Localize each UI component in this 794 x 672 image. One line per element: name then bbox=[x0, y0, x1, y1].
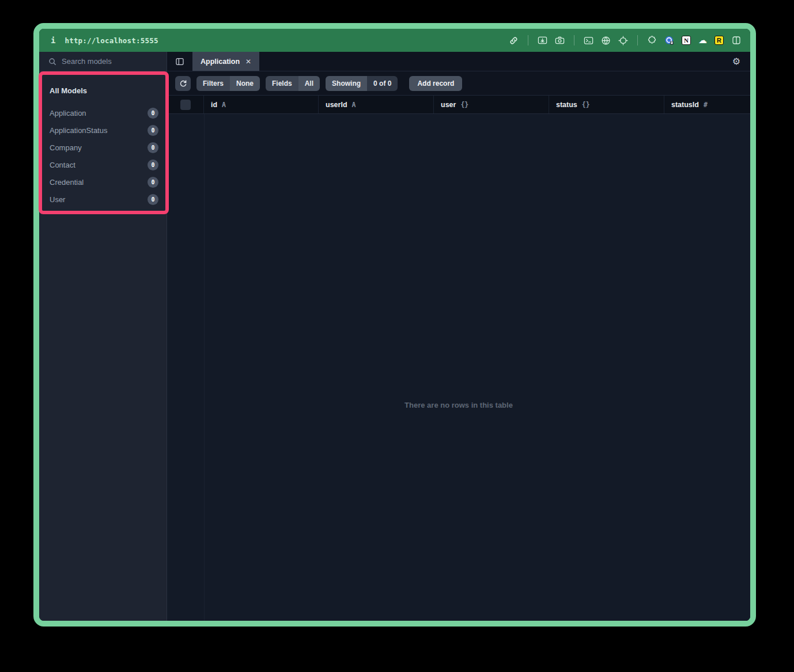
tab-label: Application bbox=[201, 58, 240, 66]
model-label: Contact bbox=[50, 161, 75, 169]
fields-button[interactable]: Fields All bbox=[266, 76, 320, 91]
column-type-string-icon: A bbox=[222, 101, 226, 109]
empty-table-message: There are no rows in this table bbox=[404, 401, 513, 409]
model-count-badge: 0 bbox=[148, 125, 158, 136]
model-count-badge: 0 bbox=[148, 108, 158, 119]
table-body: There are no rows in this table bbox=[167, 114, 750, 621]
column-header-id[interactable]: id A bbox=[204, 96, 319, 113]
column-divider bbox=[204, 114, 205, 621]
column-name: userId bbox=[326, 101, 347, 109]
screenshot-frame-icon[interactable] bbox=[538, 36, 547, 45]
column-header-userid[interactable]: userId A bbox=[319, 96, 434, 113]
select-all-cell bbox=[167, 96, 204, 113]
table-toolbar: Filters None Fields All Showing 0 of 0 A… bbox=[167, 71, 750, 96]
table-header: id A userId A user {} status {} bbox=[167, 96, 750, 114]
column-name: statusId bbox=[671, 101, 699, 109]
tab-bar: Application ✕ ⚙ bbox=[167, 52, 750, 71]
tabbar-spacer bbox=[259, 52, 723, 71]
model-label: Application bbox=[50, 109, 86, 117]
fields-value: All bbox=[298, 76, 320, 91]
fields-label: Fields bbox=[266, 76, 298, 91]
search-models-input[interactable]: Search models bbox=[39, 52, 167, 71]
window-content: Search models All Models Application 0 A… bbox=[39, 52, 750, 621]
sidebar-toggle-icon[interactable] bbox=[167, 52, 192, 71]
column-type-string-icon: A bbox=[352, 101, 356, 109]
model-count-badge: 0 bbox=[148, 160, 158, 170]
search-icon bbox=[48, 58, 56, 66]
sidebar-item-contact[interactable]: Contact 0 bbox=[50, 156, 158, 173]
sidebar-item-application[interactable]: Application 0 bbox=[50, 104, 158, 122]
column-header-user[interactable]: user {} bbox=[434, 96, 549, 113]
sidebar-item-applicationstatus[interactable]: ApplicationStatus 0 bbox=[50, 122, 158, 139]
address-url[interactable]: http://localhost:5555 bbox=[65, 36, 158, 45]
tab-application[interactable]: Application ✕ bbox=[192, 52, 259, 71]
cloud-icon[interactable]: ☁ bbox=[698, 36, 707, 45]
showing-label: Showing bbox=[326, 76, 367, 91]
select-all-checkbox[interactable] bbox=[180, 100, 191, 110]
model-label: User bbox=[50, 195, 65, 204]
search-placeholder: Search models bbox=[62, 57, 112, 66]
model-label: ApplicationStatus bbox=[50, 126, 107, 135]
filters-label: Filters bbox=[196, 76, 230, 91]
column-name: id bbox=[211, 101, 217, 109]
terminal-icon[interactable] bbox=[584, 36, 593, 45]
model-count-badge: 0 bbox=[148, 194, 158, 205]
column-type-object-icon: {} bbox=[582, 101, 590, 109]
table-panel: Application ✕ ⚙ Filters bbox=[167, 52, 750, 621]
showing-indicator: Showing 0 of 0 bbox=[326, 76, 398, 91]
notion-icon[interactable]: N bbox=[682, 36, 691, 45]
link-icon[interactable] bbox=[509, 36, 519, 45]
column-name: status bbox=[556, 101, 577, 109]
models-sidebar: Search models All Models Application 0 A… bbox=[39, 52, 167, 621]
crosshair-icon[interactable] bbox=[618, 36, 628, 45]
models-section-title: All Models bbox=[50, 86, 158, 95]
camera-icon[interactable] bbox=[555, 36, 565, 45]
refresh-button[interactable] bbox=[175, 76, 191, 91]
browser-window: i http://localhost:5555 bbox=[33, 23, 756, 627]
column-name: user bbox=[441, 101, 456, 109]
filters-button[interactable]: Filters None bbox=[196, 76, 260, 91]
refresh-icon bbox=[179, 79, 187, 88]
desktop-background: i http://localhost:5555 bbox=[0, 0, 794, 672]
onepassword-icon[interactable] bbox=[664, 36, 674, 45]
page-info-icon[interactable]: i bbox=[51, 36, 55, 45]
close-icon[interactable]: ✕ bbox=[245, 58, 251, 66]
models-list: All Models Application 0 ApplicationStat… bbox=[39, 71, 167, 208]
model-label: Credential bbox=[50, 178, 84, 187]
column-header-status[interactable]: status {} bbox=[549, 96, 664, 113]
sidebar-item-company[interactable]: Company 0 bbox=[50, 139, 158, 156]
split-view-icon[interactable] bbox=[731, 36, 741, 45]
gear-icon[interactable]: ⚙ bbox=[723, 52, 750, 71]
toolbar-divider bbox=[528, 35, 528, 45]
add-record-button[interactable]: Add record bbox=[409, 76, 462, 91]
model-count-badge: 0 bbox=[148, 177, 158, 188]
filters-value: None bbox=[230, 76, 260, 91]
showing-value: 0 of 0 bbox=[367, 76, 398, 91]
globe-icon[interactable] bbox=[601, 36, 611, 45]
model-count-badge: 0 bbox=[148, 142, 158, 153]
sidebar-item-user[interactable]: User 0 bbox=[50, 191, 158, 208]
toolbar-divider bbox=[574, 35, 574, 45]
toolbar-divider bbox=[637, 35, 638, 45]
refined-github-icon[interactable]: R bbox=[714, 36, 724, 45]
browser-titlebar: i http://localhost:5555 bbox=[39, 29, 750, 52]
sidebar-item-credential[interactable]: Credential 0 bbox=[50, 173, 158, 191]
column-header-statusid[interactable]: statusId # bbox=[664, 96, 750, 113]
model-label: Company bbox=[50, 143, 82, 152]
extensions-puzzle-icon[interactable] bbox=[647, 36, 657, 45]
column-type-object-icon: {} bbox=[460, 101, 468, 109]
column-type-number-icon: # bbox=[704, 101, 708, 109]
